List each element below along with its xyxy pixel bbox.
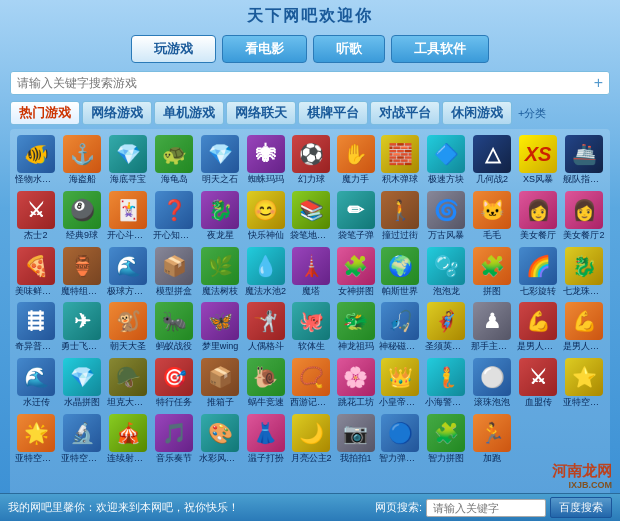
game-item[interactable]: 🐢海龟岛 (152, 133, 196, 187)
game-item[interactable]: 🐲神龙祖玛 (335, 300, 376, 354)
game-item[interactable]: 🫧泡泡龙 (424, 245, 468, 299)
game-item[interactable]: XSXS风暴 (516, 133, 560, 187)
game-item[interactable]: 🦸圣须英雄传 (424, 300, 468, 354)
game-item[interactable]: 🐌蜗牛竞速 (244, 356, 287, 410)
game-item[interactable]: 🎯特行任务 (152, 356, 196, 410)
game-item[interactable]: 💪是男人上100 (516, 300, 560, 354)
search-input[interactable] (17, 76, 590, 90)
game-item[interactable]: 🏺魔特组玛的宝藏 (60, 245, 104, 299)
game-item[interactable]: 🕷蜘蛛玛玛 (244, 133, 287, 187)
game-item[interactable]: 💪是男人下100 (562, 300, 606, 354)
game-item[interactable]: 🔵智力弹弹球 (378, 412, 422, 466)
game-item[interactable]: 🌟亚特空中星2 (14, 412, 58, 466)
game-item[interactable]: ⚪滚珠泡泡 (470, 356, 514, 410)
cat-hot[interactable]: 热门游戏 (10, 101, 80, 125)
game-item[interactable]: 🐠怪物水族馆 (14, 133, 58, 187)
game-item[interactable]: 💎水晶拼图 (60, 356, 104, 410)
game-item[interactable]: 🌿魔法树枝 (198, 245, 242, 299)
game-item[interactable]: 🏃加跑 (470, 412, 514, 466)
game-item[interactable]: 🌊水迁传 (14, 356, 58, 410)
game-item[interactable]: 🌊极球方块海洋大冒险2 (106, 245, 150, 299)
game-item[interactable]: 🧩拼图 (470, 245, 514, 299)
cat-battle[interactable]: 对战平台 (370, 101, 440, 125)
game-name: 勇士飞行棋 (61, 341, 103, 352)
game-item[interactable]: 🐉夜龙星 (198, 189, 242, 243)
cat-chat[interactable]: 网络联天 (226, 101, 296, 125)
baidu-input[interactable] (426, 499, 546, 517)
game-item[interactable]: 🃏开心斗地主 (106, 189, 150, 243)
game-item[interactable]: 📦推箱子 (198, 356, 242, 410)
cat-leisure[interactable]: 休闲游戏 (442, 101, 512, 125)
game-item[interactable]: 👗温子打扮 (244, 412, 287, 466)
game-item[interactable]: 🌙月亮公主2 (289, 412, 333, 466)
game-item[interactable]: 🐱毛毛 (470, 189, 514, 243)
game-item[interactable]: 🎨水彩风景画 (198, 412, 242, 466)
game-item[interactable]: 🐜蚂蚁战役 (152, 300, 196, 354)
game-item[interactable]: 🗼魔塔 (289, 245, 333, 299)
game-item[interactable]: 🧜小海警仙记 (424, 356, 468, 410)
game-item[interactable]: 🦋梦里wing (198, 300, 242, 354)
game-name: 蜘蛛玛玛 (248, 174, 284, 185)
game-item[interactable]: ⚔血盟传 (516, 356, 560, 410)
game-item[interactable]: 📷我拍拍1 (335, 412, 376, 466)
game-item[interactable]: ⚽幻力球 (289, 133, 333, 187)
tab-movies[interactable]: 看电影 (222, 35, 307, 63)
cat-more[interactable]: +分类 (514, 104, 550, 123)
game-item[interactable]: ✈勇士飞行棋 (60, 300, 104, 354)
game-item[interactable]: 💎明天之石 (198, 133, 242, 187)
game-item[interactable]: 📦模型拼盒 (152, 245, 196, 299)
game-icon: 📷 (337, 414, 375, 452)
baidu-search-button[interactable]: 百度搜索 (550, 497, 612, 518)
game-name: 跳花工坊 (338, 397, 374, 408)
game-item[interactable]: 🔬亚特空研计划 (60, 412, 104, 466)
game-item[interactable]: 🤺人偶格斗 (244, 300, 287, 354)
game-item[interactable]: 🐙软体生 (289, 300, 333, 354)
game-item[interactable]: 🎣神秘磁鱼岛 (378, 300, 422, 354)
cat-single[interactable]: 单机游戏 (154, 101, 224, 125)
game-item[interactable]: 🌸跳花工坊 (335, 356, 376, 410)
game-item[interactable]: 🧱积木弹球 (378, 133, 422, 187)
game-item[interactable]: △几何战2 (470, 133, 514, 187)
game-item[interactable]: 💧魔法水池2 (244, 245, 287, 299)
game-name: 开心知识问答 (153, 230, 195, 241)
game-item[interactable]: 👩美女餐厅 (516, 189, 560, 243)
game-item[interactable]: 🛤奇异普通道 (14, 300, 58, 354)
game-item[interactable]: 🎱经典9球 (60, 189, 104, 243)
game-item[interactable]: 📿西游记忆碎片 (289, 356, 333, 410)
game-item[interactable]: 🌍帕斯世界 (378, 245, 422, 299)
game-item[interactable]: 🎪连续射击木 (106, 412, 150, 466)
game-item[interactable]: ⭐亚特空中星 (562, 356, 606, 410)
game-item[interactable]: 🐒朝天大圣 (106, 300, 150, 354)
game-item[interactable]: 🚢舰队指挥官 (562, 133, 606, 187)
game-icon: 🪖 (109, 358, 147, 396)
game-item[interactable]: 💎海底寻宝 (106, 133, 150, 187)
search-add-button[interactable]: + (590, 74, 603, 92)
game-item[interactable]: ♟那手主黑白 (470, 300, 514, 354)
game-item[interactable]: ⚓海盗船 (60, 133, 104, 187)
game-item[interactable]: 😊快乐神仙 (244, 189, 287, 243)
game-item[interactable]: 🧩智力拼图 (424, 412, 468, 466)
game-item[interactable]: 🌈七彩旋转 (516, 245, 560, 299)
game-item[interactable]: ❓开心知识问答 (152, 189, 196, 243)
game-item[interactable]: 🐉七龙珠来找茬 (562, 245, 606, 299)
game-item[interactable]: 🍕美味鲜拼图 (14, 245, 58, 299)
game-item[interactable]: 🔷极速方块 (424, 133, 468, 187)
game-item[interactable]: ⚔杰士2 (14, 189, 58, 243)
tab-games[interactable]: 玩游戏 (131, 35, 216, 63)
game-item[interactable]: 📚袋笔地理学 (289, 189, 333, 243)
tab-tools[interactable]: 工具软件 (391, 35, 489, 63)
game-item[interactable]: 🚶撞过过街 (378, 189, 422, 243)
game-item[interactable]: 🎵音乐奏节 (152, 412, 196, 466)
game-item[interactable]: ✋魔力手 (335, 133, 376, 187)
game-item[interactable]: 👩美女餐厅2 (562, 189, 606, 243)
cat-chess[interactable]: 棋牌平台 (298, 101, 368, 125)
game-item[interactable]: 🧩女神拼图 (335, 245, 376, 299)
game-item[interactable]: ✏袋笔子弹 (335, 189, 376, 243)
game-item[interactable]: 👑小皇帝幻影 (378, 356, 422, 410)
game-item[interactable]: 🌀万古风暴 (424, 189, 468, 243)
game-name: 梦里wing (202, 341, 239, 352)
cat-online[interactable]: 网络游戏 (82, 101, 152, 125)
search-bar: + (10, 71, 610, 95)
tab-music[interactable]: 听歌 (313, 35, 385, 63)
game-item[interactable]: 🪖坦克大战豪华版 (106, 356, 150, 410)
